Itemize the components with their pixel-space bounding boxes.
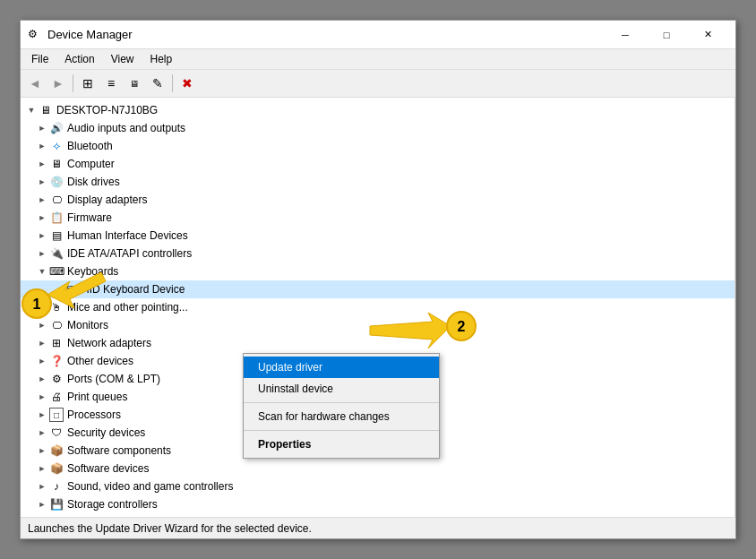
tree-item-sw-devices[interactable]: ► 📦 Software devices: [21, 460, 735, 477]
keyboards-expand: ▼: [35, 264, 49, 279]
status-text: Launches the Update Driver Wizard for th…: [28, 522, 312, 535]
back-button[interactable]: ◄: [24, 73, 46, 94]
minimize-button[interactable]: ─: [605, 21, 646, 49]
tree-item-firmware[interactable]: ► 📋 Firmware: [21, 209, 735, 227]
tree-item-monitors[interactable]: ► 🖵 Monitors: [21, 316, 735, 334]
hid-keyboard-label: HID Keyboard Device: [82, 283, 185, 296]
storage-label: Storage controllers: [67, 498, 158, 511]
computer-label: Computer: [67, 158, 115, 170]
tree-item-hid[interactable]: ► ▤ Human Interface Devices: [21, 227, 735, 245]
system-expand: ►: [35, 515, 49, 517]
hid-keyboard-expand: [49, 282, 64, 297]
context-menu: Update driver Uninstall device Scan for …: [243, 353, 440, 459]
ctx-uninstall[interactable]: Uninstall device: [244, 378, 439, 400]
bluetooth-icon: ⟡: [49, 139, 64, 153]
security-icon: 🛡: [49, 426, 64, 440]
computer-expand: ►: [35, 157, 49, 171]
title-bar: ⚙ Device Manager ─ □ ✕: [21, 21, 735, 49]
forward-button[interactable]: ►: [47, 73, 69, 94]
system-icon: ⚙: [49, 515, 64, 517]
ports-label: Ports (COM & LPT): [67, 373, 160, 385]
display-label: Display adapters: [67, 194, 147, 206]
firmware-icon: 📋: [49, 211, 64, 225]
tree-item-system[interactable]: ► ⚙ System devices: [21, 513, 735, 517]
other-expand: ►: [35, 354, 49, 368]
toolbar: ◄ ► ⊞ ≡ 🖥 ✎ ✖: [21, 70, 735, 98]
ctx-separator: [244, 402, 439, 403]
close-button[interactable]: ✕: [687, 21, 728, 49]
processors-expand: ►: [35, 408, 49, 422]
ctx-properties[interactable]: Properties: [244, 434, 439, 455]
title-bar-left: ⚙ Device Manager: [28, 28, 133, 42]
toolbar-separator-2: [172, 74, 173, 92]
display-expand: ►: [35, 193, 49, 207]
print-expand: ►: [35, 390, 49, 404]
toolbar-separator-1: [73, 74, 73, 92]
menu-help[interactable]: Help: [143, 51, 180, 67]
sw-components-icon: 📦: [49, 443, 64, 458]
network-label: Network adapters: [67, 337, 151, 349]
tree-item-ide[interactable]: ► 🔌 IDE ATA/ATAPI controllers: [21, 245, 735, 262]
tree-item-storage[interactable]: ► 💾 Storage controllers: [21, 495, 735, 513]
system-label: System devices: [67, 516, 142, 517]
ctx-update-driver[interactable]: Update driver: [244, 357, 439, 378]
ide-label: IDE ATA/ATAPI controllers: [67, 247, 192, 260]
ide-expand: ►: [35, 246, 49, 261]
bluetooth-label: Bluetooth: [67, 140, 113, 152]
tree-item-display[interactable]: ► 🖵 Display adapters: [21, 191, 735, 209]
status-bar: Launches the Update Driver Wizard for th…: [21, 517, 735, 538]
properties-button[interactable]: ≡: [100, 73, 122, 94]
hid-keyboard-icon: ▤: [64, 282, 78, 297]
hid-expand: ►: [35, 228, 49, 243]
storage-expand: ►: [35, 497, 49, 512]
tree-item-network[interactable]: ► ⊞ Network adapters: [21, 334, 735, 352]
firmware-expand: ►: [35, 211, 49, 225]
menu-view[interactable]: View: [104, 51, 142, 67]
device-manager-window: ⚙ Device Manager ─ □ ✕ File Action View …: [20, 20, 736, 539]
sw-devices-expand: ►: [35, 461, 49, 476]
tree-root[interactable]: ▼ 🖥 DESKTOP-N7J10BG: [21, 101, 735, 119]
bluetooth-expand: ►: [35, 139, 49, 153]
keyboards-label: Keyboards: [67, 265, 118, 278]
tree-item-hid-keyboard[interactable]: ▤ HID Keyboard Device: [21, 280, 735, 298]
maximize-button[interactable]: □: [646, 21, 687, 49]
menu-action[interactable]: Action: [57, 51, 101, 67]
ide-icon: 🔌: [49, 246, 64, 261]
display-icon: 🖵: [49, 193, 64, 207]
tree-item-audio[interactable]: ► 🔊 Audio inputs and outputs: [21, 119, 735, 137]
sound-expand: ►: [35, 479, 49, 494]
sw-components-label: Software components: [67, 444, 171, 457]
root-label: DESKTOP-N7J10BG: [56, 104, 158, 116]
hid-label: Human Interface Devices: [67, 229, 188, 242]
tree-item-keyboards[interactable]: ▼ ⌨ Keyboards: [21, 262, 735, 280]
tree-item-bluetooth[interactable]: ► ⟡ Bluetooth: [21, 137, 735, 155]
root-expand: ▼: [24, 103, 39, 117]
other-icon: ❓: [49, 354, 64, 368]
mice-icon: 🖱: [49, 300, 64, 314]
other-label: Other devices: [67, 355, 133, 367]
keyboards-icon: ⌨: [49, 264, 64, 279]
audio-label: Audio inputs and outputs: [67, 122, 185, 134]
scan-button[interactable]: ⊞: [77, 73, 99, 94]
monitors-expand: ►: [35, 318, 49, 332]
app-icon: ⚙: [28, 28, 42, 42]
tree-item-mice[interactable]: ► 🖱 Mice and other pointing...: [21, 298, 735, 316]
security-label: Security devices: [67, 426, 145, 439]
uninstall-button[interactable]: ✎: [147, 73, 168, 94]
tree-item-disk[interactable]: ► 💿 Disk drives: [21, 173, 735, 191]
window-controls: ─ □ ✕: [605, 21, 728, 49]
tree-item-computer[interactable]: ► 🖥 Computer: [21, 155, 735, 173]
ctx-scan[interactable]: Scan for hardware changes: [244, 406, 439, 427]
monitors-label: Monitors: [67, 319, 108, 331]
computer-icon: 🖥: [39, 103, 53, 117]
network-expand: ►: [35, 336, 49, 350]
sound-label: Sound, video and game controllers: [67, 480, 233, 493]
menu-file[interactable]: File: [24, 51, 56, 67]
processors-icon: □: [49, 408, 64, 422]
update-driver-button[interactable]: 🖥: [124, 73, 145, 94]
remove-button[interactable]: ✖: [176, 73, 198, 94]
sound-icon: ♪: [49, 479, 64, 494]
sw-components-expand: ►: [35, 443, 49, 458]
mice-expand: ►: [35, 300, 49, 314]
tree-item-sound[interactable]: ► ♪ Sound, video and game controllers: [21, 477, 735, 495]
